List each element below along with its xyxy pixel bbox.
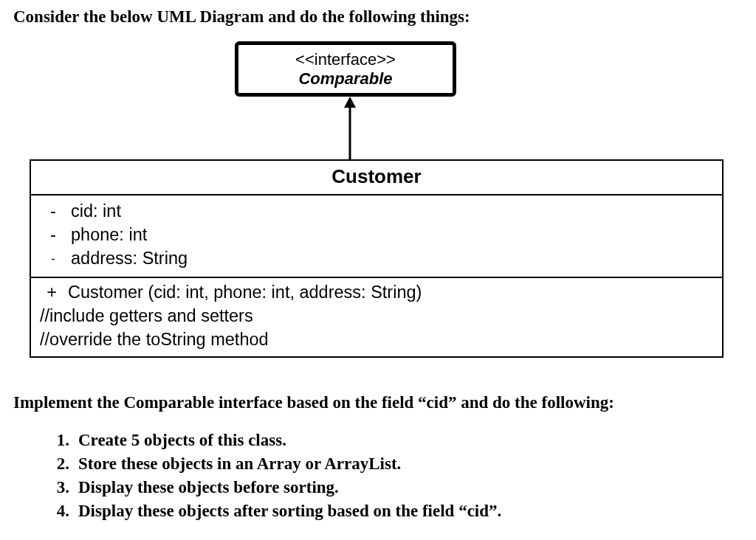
uml-diagram: <<interface>> Comparable Customer - cid:… — [13, 27, 743, 392]
instruction-subheading: Implement the Comparable interface based… — [13, 393, 743, 412]
attribute-row: - address: String — [35, 247, 718, 271]
attribute-text: cid: int — [71, 201, 121, 221]
instruction-heading: Consider the below UML Diagram and do th… — [13, 7, 743, 27]
visibility-marker: + — [44, 283, 59, 302]
operation-row: //include getters and setters — [35, 305, 718, 328]
attribute-row: - phone: int — [35, 224, 718, 247]
attribute-compartment: - cid: int - phone: int - address: Strin… — [31, 195, 722, 278]
class-box: Customer - cid: int - phone: int - addre… — [30, 159, 724, 358]
svg-marker-1 — [344, 97, 356, 108]
interface-box: <<interface>> Comparable — [235, 41, 456, 97]
operation-text: //override the toString method — [40, 330, 269, 350]
list-item: 1.Create 5 objects of this class. — [47, 429, 743, 452]
task-text: Display these objects before sorting. — [78, 478, 339, 497]
operation-text: //include getters and setters — [40, 306, 253, 326]
attribute-row: - cid: int — [35, 200, 718, 224]
visibility-marker: - — [46, 225, 61, 245]
list-item: 3.Display these objects before sorting. — [47, 476, 743, 499]
attribute-text: phone: int — [71, 225, 147, 245]
operation-row: //override the toString method — [35, 328, 718, 352]
task-text: Display these objects after sorting base… — [78, 502, 501, 521]
operation-row: + Customer (cid: int, phone: int, addres… — [35, 281, 718, 305]
class-name: Customer — [31, 161, 722, 195]
task-list: 1.Create 5 objects of this class. 2.Stor… — [47, 429, 743, 523]
task-text: Create 5 objects of this class. — [78, 431, 286, 450]
attribute-text: address: String — [71, 249, 188, 269]
realization-arrow-icon — [343, 97, 357, 163]
visibility-marker: - — [46, 201, 61, 221]
interface-name: Comparable — [298, 69, 392, 89]
list-item: 2.Store these objects in an Array or Arr… — [47, 452, 743, 476]
task-text: Store these objects in an Array or Array… — [78, 454, 401, 474]
operation-compartment: + Customer (cid: int, phone: int, addres… — [31, 278, 722, 356]
visibility-marker: - — [46, 252, 61, 266]
operation-text: Customer (cid: int, phone: int, address:… — [68, 283, 422, 302]
list-item: 4.Display these objects after sorting ba… — [47, 499, 743, 523]
interface-stereotype: <<interface>> — [295, 50, 396, 69]
